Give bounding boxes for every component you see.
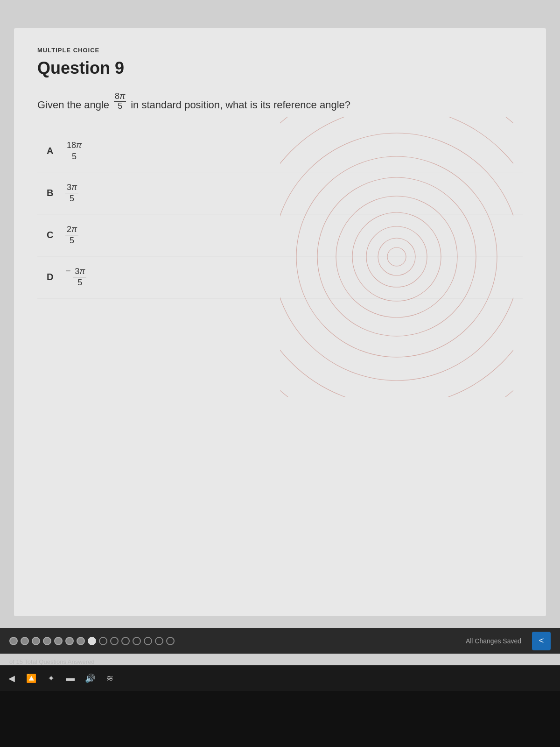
choice-a-den: 5 xyxy=(69,151,80,162)
question-text: Given the angle 8π 5 in standard positio… xyxy=(37,92,523,111)
dot-6 xyxy=(65,637,74,645)
choice-row-d[interactable]: D − 3π 5 xyxy=(37,256,523,298)
choice-d-num: 3π xyxy=(73,266,86,277)
choices-table: A 18π 5 B 3π 5 xyxy=(37,130,523,298)
choice-value-b: 3π 5 xyxy=(65,172,523,214)
choice-c-num: 2π xyxy=(65,224,78,235)
choice-letter-a: A xyxy=(37,130,65,172)
taskbar-back-icon[interactable]: ◀ xyxy=(5,671,19,685)
question-text-before: Given the angle xyxy=(37,99,109,111)
choice-a-num: 18π xyxy=(65,140,83,151)
dot-10 xyxy=(110,637,119,645)
choice-fraction-a: 18π 5 xyxy=(65,140,83,162)
taskbar: ◀ 🔼 ✦ ▬ 🔊 ≋ xyxy=(0,665,560,691)
dot-1 xyxy=(9,637,18,645)
dot-3 xyxy=(32,637,40,645)
nav-back-button[interactable]: < xyxy=(532,632,551,650)
dot-14 xyxy=(155,637,163,645)
questions-count-text: of 15 Total Questions Answered xyxy=(9,658,95,665)
progress-dots xyxy=(9,637,462,645)
choice-fraction-c: 2π 5 xyxy=(65,224,78,247)
choice-value-d: − 3π 5 xyxy=(65,256,523,298)
dot-11 xyxy=(121,637,130,645)
angle-fraction: 8π 5 xyxy=(114,92,126,111)
taskbar-volume-icon[interactable]: 🔊 xyxy=(83,671,97,685)
choice-letter-b: B xyxy=(37,172,65,214)
choice-b-den: 5 xyxy=(66,193,77,204)
dot-5 xyxy=(54,637,63,645)
question-title: Question 9 xyxy=(37,58,523,78)
all-changes-saved-label: All Changes Saved xyxy=(466,637,521,645)
dot-15 xyxy=(166,637,175,645)
taskbar-bluetooth-icon: ✦ xyxy=(44,671,58,685)
choice-row-a[interactable]: A 18π 5 xyxy=(37,130,523,172)
dot-4 xyxy=(43,637,51,645)
choice-d-negative: − xyxy=(65,266,71,276)
choice-d-den: 5 xyxy=(74,277,85,288)
angle-denominator: 5 xyxy=(117,102,123,111)
question-type-label: MULTIPLE CHOICE xyxy=(37,47,523,54)
choice-letter-d: D xyxy=(37,256,65,298)
choice-row-b[interactable]: B 3π 5 xyxy=(37,172,523,214)
choice-fraction-b: 3π 5 xyxy=(65,182,78,204)
questions-count: of 15 Total Questions Answered xyxy=(9,658,95,665)
bottom-bar: All Changes Saved < xyxy=(0,628,560,654)
angle-numerator: 8π xyxy=(114,92,126,102)
dot-current xyxy=(88,637,96,645)
choice-fraction-d: 3π 5 xyxy=(73,266,86,289)
dot-2 xyxy=(21,637,29,645)
quiz-card: MULTIPLE CHOICE Question 9 Given the ang… xyxy=(14,28,546,616)
taskbar-wifi-icon: ≋ xyxy=(103,671,117,685)
choice-value-c: 2π 5 xyxy=(65,214,523,256)
choice-row-c[interactable]: C 2π 5 xyxy=(37,214,523,256)
dot-12 xyxy=(133,637,141,645)
dot-9 xyxy=(99,637,107,645)
taskbar-network-icon: 🔼 xyxy=(24,671,38,685)
taskbar-screen-icon: ▬ xyxy=(63,671,77,685)
screen: MULTIPLE CHOICE Question 9 Given the ang… xyxy=(0,0,560,747)
question-text-after: in standard position, what is its refere… xyxy=(131,99,350,111)
dot-13 xyxy=(144,637,152,645)
dark-bottom-area xyxy=(0,691,560,747)
dot-7 xyxy=(77,637,85,645)
choice-b-num: 3π xyxy=(65,182,78,193)
choice-c-den: 5 xyxy=(66,235,77,246)
choice-letter-c: C xyxy=(37,214,65,256)
choice-value-a: 18π 5 xyxy=(65,130,523,172)
